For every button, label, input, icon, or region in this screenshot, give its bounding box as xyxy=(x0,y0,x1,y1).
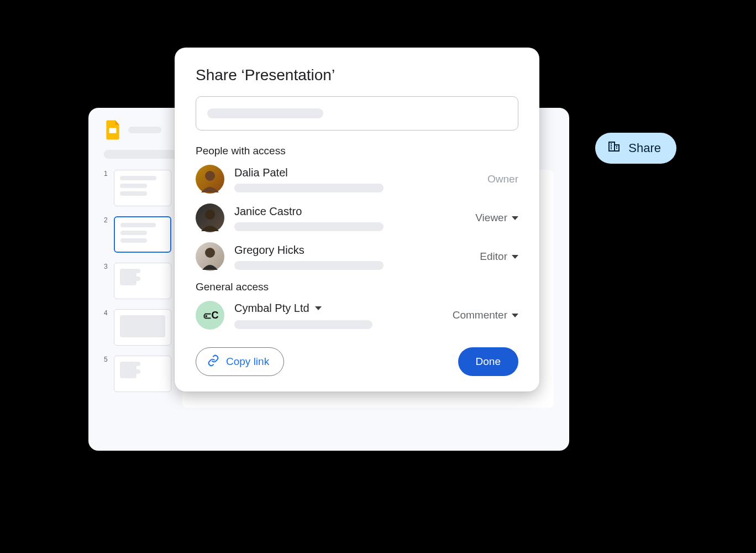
slide-thumb[interactable] xyxy=(114,356,171,392)
share-dialog: Share ‘Presentation’ People with access … xyxy=(175,48,539,392)
slide-thumb[interactable] xyxy=(114,263,171,299)
person-name: Dalia Patel xyxy=(234,166,477,179)
svg-point-11 xyxy=(205,248,215,258)
person-email-placeholder xyxy=(234,184,384,192)
avatar xyxy=(196,165,224,194)
slides-title-placeholder xyxy=(128,127,161,133)
slide-number: 5 xyxy=(104,356,109,363)
dialog-title: Share ‘Presentation’ xyxy=(196,66,518,84)
general-section-label: General access xyxy=(196,281,518,293)
avatar xyxy=(196,204,224,232)
role-label: Viewer xyxy=(475,212,507,224)
org-scope-dropdown[interactable]: Cymbal Pty Ltd xyxy=(234,302,443,315)
people-section-label: People with access xyxy=(196,145,518,157)
slides-logo-icon xyxy=(104,119,122,141)
slide-thumb-selected[interactable] xyxy=(114,216,171,253)
slide-thumb-row[interactable]: 5 xyxy=(104,356,171,392)
person-row: Gregory Hicks Editor xyxy=(196,242,518,271)
chevron-down-icon xyxy=(512,314,518,317)
done-label: Done xyxy=(476,356,501,367)
chevron-down-icon xyxy=(315,306,322,310)
slide-thumb-row[interactable]: 4 xyxy=(104,309,171,346)
copy-link-button[interactable]: Copy link xyxy=(196,347,284,376)
dialog-footer: Copy link Done xyxy=(196,347,518,376)
slide-number: 2 xyxy=(104,216,109,224)
slide-number: 4 xyxy=(104,309,109,317)
svg-rect-0 xyxy=(109,128,117,133)
person-name: Gregory Hicks xyxy=(234,244,470,257)
building-icon xyxy=(607,140,621,156)
share-button-label: Share xyxy=(628,141,661,155)
slides-toolbar-placeholder xyxy=(104,150,181,159)
slide-thumbnails: 1 2 3 4 xyxy=(104,170,171,408)
org-name-label: Cymbal Pty Ltd xyxy=(234,302,309,315)
slide-number: 1 xyxy=(104,170,109,178)
slide-thumb[interactable] xyxy=(114,170,171,206)
person-row: Janice Castro Viewer xyxy=(196,204,518,232)
person-email-placeholder xyxy=(234,261,384,270)
slide-thumb-row[interactable]: 1 xyxy=(104,170,171,206)
copy-link-label: Copy link xyxy=(226,356,269,368)
person-email-placeholder xyxy=(234,222,384,231)
add-people-input[interactable] xyxy=(196,96,518,131)
org-desc-placeholder xyxy=(234,320,372,329)
slide-number: 3 xyxy=(104,263,109,270)
role-dropdown[interactable]: Editor xyxy=(480,251,518,263)
slide-thumb[interactable] xyxy=(114,309,171,346)
role-label: Editor xyxy=(480,251,507,263)
svg-point-10 xyxy=(205,210,215,220)
role-dropdown[interactable]: Viewer xyxy=(475,212,518,224)
person-name: Janice Castro xyxy=(234,205,465,218)
input-placeholder xyxy=(207,108,323,118)
org-row: ⪽C Cymbal Pty Ltd Commenter xyxy=(196,301,518,330)
org-role-dropdown[interactable]: Commenter xyxy=(453,309,518,321)
avatar xyxy=(196,242,224,271)
chevron-down-icon xyxy=(512,216,518,220)
slide-thumb-row[interactable]: 3 xyxy=(104,263,171,299)
org-role-label: Commenter xyxy=(453,309,507,321)
done-button[interactable]: Done xyxy=(458,347,518,376)
org-logo-icon: ⪽C xyxy=(196,301,224,330)
share-button[interactable]: Share xyxy=(595,133,676,164)
svg-point-9 xyxy=(205,171,215,181)
chevron-down-icon xyxy=(512,255,518,259)
person-row: Dalia Patel Owner xyxy=(196,165,518,194)
link-icon xyxy=(207,354,219,369)
role-label-owner: Owner xyxy=(487,173,518,185)
slide-thumb-row[interactable]: 2 xyxy=(104,216,171,253)
